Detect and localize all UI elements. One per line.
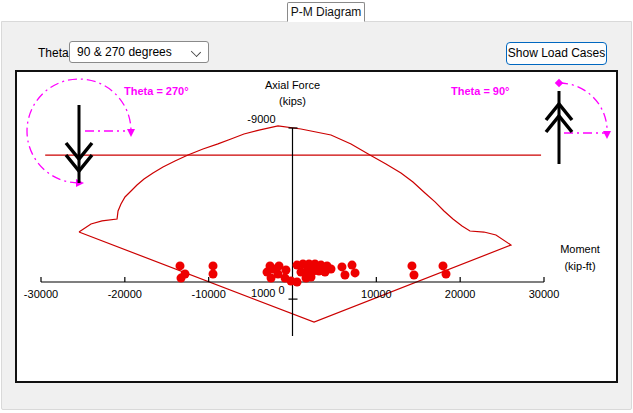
theta-dropdown-value: 90 & 270 degrees xyxy=(77,45,172,59)
load-case-point xyxy=(209,261,218,270)
origin-label: 0 xyxy=(278,284,284,296)
x-tick-label: 20000 xyxy=(445,288,476,300)
x-axis-units: (kip-ft) xyxy=(564,260,595,272)
x-tick-label: 30000 xyxy=(529,288,560,300)
pm-plot-svg: -30000-20000-100000100002000030000-90001… xyxy=(17,72,616,381)
x-tick-label: -10000 xyxy=(192,288,226,300)
show-load-cases-button[interactable]: Show Load Cases xyxy=(506,42,607,65)
load-case-point xyxy=(351,268,360,277)
load-case-point xyxy=(293,278,302,287)
load-case-point xyxy=(337,262,346,271)
load-case-point xyxy=(281,266,290,275)
arc-origin-diamond-icon xyxy=(555,79,563,87)
load-case-point xyxy=(177,274,186,283)
y-axis-title: Axial Force xyxy=(265,79,320,91)
load-case-point xyxy=(340,270,349,279)
arc-arrowhead-icon xyxy=(603,131,611,139)
load-case-point xyxy=(438,261,447,270)
x-tick-label: -30000 xyxy=(24,288,58,300)
load-case-point xyxy=(409,270,418,279)
x-axis-title: Moment xyxy=(560,243,600,255)
load-case-point xyxy=(209,269,218,278)
theta-270-label: Theta = 270° xyxy=(124,85,189,97)
x-tick-label: -20000 xyxy=(108,288,142,300)
pm-diagram-panel: Theta 90 & 270 degrees Show Load Cases -… xyxy=(1,21,632,410)
theta-label: Theta xyxy=(38,46,69,60)
y-tick-label: 1000 xyxy=(251,287,275,299)
app-window: P-M Diagram Theta 90 & 270 degrees Show … xyxy=(0,0,633,413)
arc-arrowhead-icon xyxy=(127,129,135,137)
load-case-point xyxy=(307,273,316,282)
pm-chart: -30000-20000-100000100002000030000-90001… xyxy=(15,70,618,383)
tab-pm-diagram[interactable]: P-M Diagram xyxy=(287,2,365,22)
load-case-point xyxy=(348,261,357,270)
y-axis-units: (kips) xyxy=(279,95,306,107)
chevron-down-icon xyxy=(191,47,201,57)
y-tick-label: -9000 xyxy=(247,113,275,125)
load-case-point xyxy=(321,268,330,277)
theta-90-label: Theta = 90° xyxy=(451,85,510,97)
load-case-point xyxy=(175,261,184,270)
theta-dropdown[interactable]: 90 & 270 degrees xyxy=(69,41,209,63)
load-case-point xyxy=(407,261,416,270)
load-case-point xyxy=(441,269,450,278)
x-tick-label: 10000 xyxy=(361,288,392,300)
